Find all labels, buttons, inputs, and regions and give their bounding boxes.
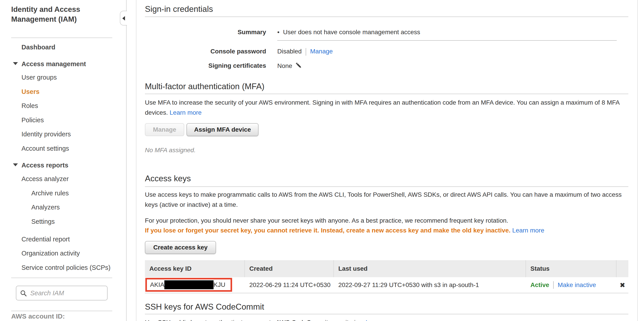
separator	[553, 281, 554, 289]
table-header-row: Access key ID Created Last used Status	[145, 260, 628, 277]
aws-account-id-label: AWS account ID:	[11, 312, 65, 320]
sidebar-divider	[11, 278, 112, 278]
sidebar-item-access-reports[interactable]: Access reports	[22, 162, 68, 169]
status-badge: Active	[530, 282, 549, 288]
sidebar-item-archive-rules[interactable]: Archive rules	[31, 189, 69, 197]
ssh-keys-description-text: Use SSH public keys to authenticate acce…	[145, 319, 364, 321]
create-access-key-button[interactable]: Create access key	[145, 241, 216, 254]
column-header-actions	[616, 260, 628, 277]
separator	[306, 48, 306, 56]
access-keys-protection-text: For your protection, you should never sh…	[145, 216, 628, 226]
mfa-learn-more-link[interactable]: Learn more	[170, 109, 202, 116]
sidebar-divider	[11, 311, 112, 311]
section-divider	[145, 314, 628, 314]
search-input[interactable]	[30, 286, 106, 300]
sidebar-item-scps[interactable]: Service control policies (SCPs)	[22, 264, 110, 271]
table-row: AKIAKJU 2022-06-29 11:24 UTC+0530 2022-0…	[145, 277, 628, 293]
pencil-icon[interactable]	[296, 62, 302, 69]
redacted-key-mask	[164, 280, 214, 289]
assign-mfa-device-button[interactable]: Assign MFA device	[186, 123, 258, 136]
sidebar-item-roles[interactable]: Roles	[22, 102, 38, 110]
section-divider	[145, 16, 628, 17]
access-keys-warning: If you lose or forget your secret key, y…	[145, 225, 628, 236]
panel-divider	[637, 0, 638, 321]
manage-password-link[interactable]: Manage	[310, 48, 333, 55]
sidebar-item-credential-report[interactable]: Credential report	[22, 236, 70, 243]
chevron-left-icon	[122, 16, 125, 20]
sidebar-item-policies[interactable]: Policies	[22, 116, 44, 124]
access-key-suffix: KJU	[214, 281, 226, 288]
panel-divider	[136, 0, 136, 321]
summary-underline	[277, 40, 617, 41]
main-content: Sign-in credentials Summary •User does n…	[145, 0, 628, 321]
ssh-keys-title: SSH keys for AWS CodeCommit	[145, 302, 264, 312]
column-header-last-used: Last used	[334, 260, 526, 277]
actions-cell: ✖	[616, 277, 628, 293]
console-password-value: DisabledManage	[277, 48, 333, 56]
last-used-cell: 2022-09-27 11:29 UTC+0530 with s3 in ap-…	[334, 277, 526, 293]
sidebar-item-settings[interactable]: Settings	[31, 218, 55, 225]
access-key-prefix: AKIA	[150, 281, 164, 288]
sidebar-item-label: Access management	[22, 60, 86, 68]
sidebar-title: Identity and Access Management (IAM)	[11, 4, 110, 24]
signing-certificates-status: None	[277, 62, 292, 69]
console-password-label: Console password	[145, 48, 266, 55]
access-key-id-cell: AKIAKJU	[145, 277, 245, 293]
chevron-down-icon	[13, 62, 18, 65]
access-key-highlight-box: AKIAKJU	[145, 278, 232, 292]
column-header-access-key-id: Access key ID	[145, 260, 245, 277]
access-keys-table: Access key ID Created Last used Status A…	[145, 260, 628, 293]
sidebar-item-label: Access reports	[22, 162, 68, 169]
summary-text: User does not have console management ac…	[283, 28, 420, 36]
sidebar-item-user-groups[interactable]: User groups	[22, 74, 57, 81]
sidebar-divider	[11, 38, 112, 38]
sidebar-item-identity-providers[interactable]: Identity providers	[22, 130, 71, 138]
access-keys-learn-more-link[interactable]: Learn more	[512, 227, 544, 234]
delete-key-icon[interactable]: ✖	[620, 281, 625, 289]
mfa-description-text: Use MFA to increase the security of your…	[145, 99, 620, 116]
search-icon	[20, 290, 27, 297]
status-cell: ActiveMake inactive	[526, 277, 616, 293]
manage-mfa-button[interactable]: Manage	[145, 123, 184, 136]
access-key-id: AKIAKJU	[150, 280, 226, 289]
ssh-learn-more-link[interactable]: Learn more	[366, 319, 398, 321]
summary-value: •User does not have console management a…	[277, 28, 420, 36]
access-keys-title: Access keys	[145, 174, 191, 183]
mfa-description: Use MFA to increase the security of your…	[145, 98, 628, 118]
sidebar-item-dashboard[interactable]: Dashboard	[22, 43, 55, 51]
access-keys-description: Use access keys to make programmatic cal…	[145, 190, 628, 210]
section-divider	[145, 186, 628, 187]
section-divider	[145, 94, 628, 94]
summary-label: Summary	[145, 28, 266, 36]
access-keys-warning-text: If you lose or forget your secret key, y…	[145, 227, 510, 234]
chevron-down-icon	[13, 164, 18, 166]
iam-sidebar: Identity and Access Management (IAM) Das…	[0, 0, 126, 321]
signin-credentials-title: Sign-in credentials	[145, 4, 213, 14]
signing-certificates-label: Signing certificates	[145, 62, 266, 69]
sidebar-item-access-analyzer[interactable]: Access analyzer	[22, 175, 69, 183]
sidebar-item-access-management[interactable]: Access management	[22, 60, 86, 68]
bullet-icon: •	[277, 28, 280, 36]
created-cell: 2022-06-29 11:24 UTC+0530	[245, 277, 334, 293]
make-inactive-link[interactable]: Make inactive	[558, 282, 596, 288]
sidebar-item-organization-activity[interactable]: Organization activity	[22, 250, 80, 257]
search-box	[16, 286, 108, 300]
sidebar-collapse-handle[interactable]	[120, 11, 127, 26]
sidebar-item-users[interactable]: Users	[22, 88, 40, 96]
ssh-keys-description: Use SSH public keys to authenticate acce…	[145, 318, 628, 321]
console-password-status: Disabled	[277, 48, 302, 55]
no-mfa-text: No MFA assigned.	[145, 147, 196, 154]
mfa-title: Multi-factor authentication (MFA)	[145, 82, 264, 91]
sidebar-item-account-settings[interactable]: Account settings	[22, 145, 69, 152]
signing-certificates-value: None	[277, 62, 302, 70]
column-header-status: Status	[526, 260, 616, 277]
sidebar-item-analyzers[interactable]: Analyzers	[31, 204, 60, 211]
column-header-created: Created	[245, 260, 334, 277]
